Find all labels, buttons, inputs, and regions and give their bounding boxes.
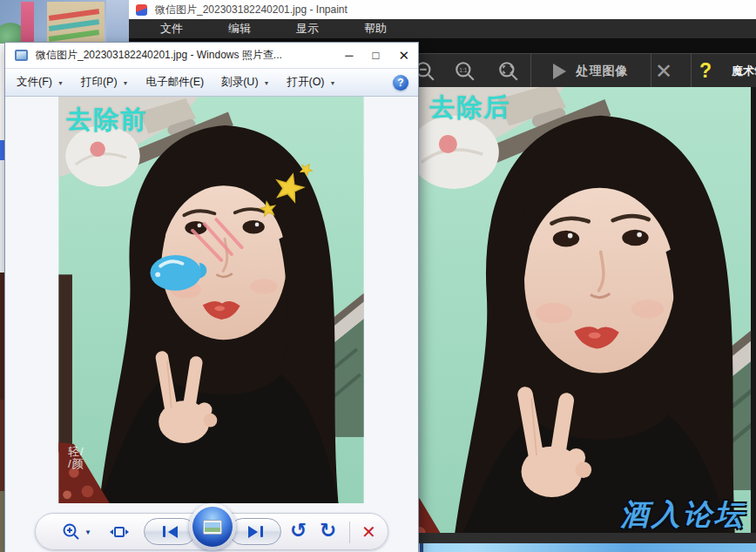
actual-size-icon: 1:1 <box>454 60 476 83</box>
previous-icon <box>163 526 165 537</box>
after-image[interactable]: 去除后 酒入论坛 <box>418 87 751 533</box>
viewer-window-buttons: ─ □ ✕ <box>345 49 409 62</box>
photo-viewer-icon <box>15 50 28 61</box>
viewer-help-button[interactable]: ? <box>393 75 408 91</box>
fit-to-window-button[interactable] <box>109 522 130 542</box>
cancel-button[interactable]: ✕ <box>639 54 688 88</box>
viewer-window-title: 微信图片_202303182240201.jpg - Windows 照片查..… <box>36 48 282 63</box>
inpaint-menu-view[interactable]: 显示 <box>296 21 319 37</box>
chevron-down-icon: ▼ <box>57 78 64 86</box>
next-icon <box>248 526 258 538</box>
svg-text:1:1: 1:1 <box>459 66 467 72</box>
zoom-in-icon <box>62 522 81 542</box>
camera-watermark: 轻/ /颜 <box>68 446 84 470</box>
wallpaper-banner <box>21 2 34 47</box>
delete-button[interactable]: ✕ <box>361 523 376 541</box>
viewer-menu-open[interactable]: 打开(O) ▼ <box>287 75 335 90</box>
viewer-menu-burn[interactable]: 刻录(U) ▼ <box>221 75 269 90</box>
chevron-down-icon: ▼ <box>330 78 336 86</box>
chevron-down-icon: ▼ <box>264 78 270 86</box>
viewer-menubar: 文件(F) ▼ 打印(P) ▼ 电子邮件(E) 刻录(U) ▼ 打开(O) ▼ … <box>5 68 418 97</box>
inpaint-window-title: 微信图片_202303182240201.jpg - Inpaint <box>155 3 348 17</box>
inpaint-app-icon <box>136 4 147 16</box>
help-button[interactable]: ? <box>685 54 726 88</box>
previous-button[interactable] <box>144 518 196 545</box>
viewer-menu-email[interactable]: 电子邮件(E) <box>146 75 205 90</box>
magic-pen-tool[interactable]: 魔术笔 <box>732 54 756 88</box>
fit-screen-button[interactable] <box>496 54 521 88</box>
rotate-right-button[interactable]: ↻ <box>320 521 336 541</box>
after-portrait <box>418 87 751 533</box>
viewer-titlebar[interactable]: 微信图片_202303182240201.jpg - Windows 照片查..… <box>5 43 418 68</box>
fit-to-window-icon <box>109 522 130 542</box>
inpaint-menu-file[interactable]: 文件 <box>160 21 183 37</box>
before-image: 去除前 轻/ /颜 <box>58 97 364 503</box>
inpaint-titlebar[interactable]: 微信图片_202303182240201.jpg - Inpaint <box>129 0 756 19</box>
fit-screen-icon <box>497 60 520 83</box>
forum-watermark: 酒入论坛 <box>620 495 746 533</box>
actual-size-button[interactable]: 1:1 <box>453 54 477 88</box>
viewer-zoom-button[interactable] <box>62 522 81 542</box>
viewer-body: 去除前 轻/ /颜 ▼ <box>5 97 418 552</box>
next-button[interactable] <box>229 518 281 545</box>
magic-pen-label: 魔术笔 <box>732 64 756 79</box>
process-image-label: 处理图像 <box>577 64 629 79</box>
help-question-icon: ? <box>699 59 712 83</box>
maximize-button[interactable]: □ <box>373 50 380 61</box>
viewer-controls: ▼ <box>35 513 388 550</box>
inpaint-menu-help[interactable]: 帮助 <box>364 21 387 37</box>
play-icon <box>553 64 566 79</box>
viewer-menu-print[interactable]: 打印(P) ▼ <box>81 75 129 90</box>
before-label: 去除前 <box>66 103 147 138</box>
slideshow-button[interactable] <box>189 503 236 550</box>
inpaint-menu-edit[interactable]: 编辑 <box>228 21 251 37</box>
slideshow-icon <box>192 507 233 547</box>
minimize-button[interactable]: ─ <box>345 50 353 61</box>
process-image-button[interactable]: 处理图像 <box>538 54 643 88</box>
chevron-down-icon: ▼ <box>123 78 129 86</box>
inpaint-menubar: 文件 编辑 显示 帮助 <box>129 19 756 38</box>
photo-viewer-window: 微信图片_202303182240201.jpg - Windows 照片查..… <box>5 43 418 552</box>
screen: 微信图片_202303182240201.jpg - Inpaint 文件 编辑… <box>0 0 756 552</box>
viewer-menu-file[interactable]: 文件(F) ▼ <box>17 75 64 90</box>
close-button[interactable]: ✕ <box>398 49 409 62</box>
zoom-menu-caret[interactable]: ▼ <box>84 528 91 536</box>
before-portrait <box>58 97 364 503</box>
taskbar-mark <box>420 543 423 552</box>
rotate-left-button[interactable]: ↺ <box>290 521 307 541</box>
after-label: 去除后 <box>429 91 510 125</box>
cancel-x-icon: ✕ <box>655 59 672 84</box>
